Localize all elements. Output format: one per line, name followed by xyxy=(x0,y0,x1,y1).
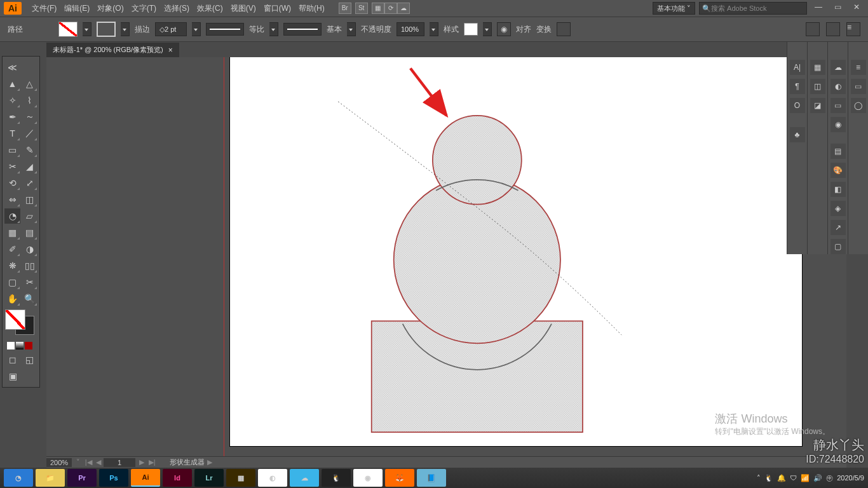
free-transform-tool[interactable]: ◫ xyxy=(22,192,37,207)
taskbar-explorer-icon[interactable]: 📁 xyxy=(36,469,65,487)
menu-effect[interactable]: 效果(C) xyxy=(193,3,227,14)
line-tool[interactable]: ／ xyxy=(22,126,37,141)
scale-tool[interactable]: ⤢ xyxy=(22,175,37,191)
actions-panel-icon[interactable]: ◯ xyxy=(851,98,866,113)
tray-shield-icon[interactable]: 🛡 xyxy=(790,474,797,482)
screen-mode-icon[interactable]: ▣ xyxy=(4,369,22,384)
bridge-icon[interactable]: Br xyxy=(339,3,351,14)
taskbar-chrome-icon[interactable]: ◉ xyxy=(353,469,383,487)
workspace-switcher[interactable]: 基本功能 ˅ xyxy=(653,2,695,15)
menu-select[interactable]: 选择(S) xyxy=(160,3,193,14)
tray-qq-icon[interactable]: 🐧 xyxy=(764,474,773,482)
tray-date[interactable]: 2020/5/9 xyxy=(837,474,864,482)
shaper-tool[interactable]: ✂ xyxy=(4,159,20,174)
artboards-panel-icon[interactable]: ▢ xyxy=(831,239,846,254)
stroke-swatch[interactable] xyxy=(97,22,116,37)
taskbar-indesign-icon[interactable]: Id xyxy=(163,469,192,487)
taskbar-premiere-icon[interactable]: Pr xyxy=(67,469,97,487)
curvature-tool[interactable]: ～ xyxy=(22,109,37,125)
transform-panel-icon[interactable]: ◫ xyxy=(810,79,825,94)
next-artboard-button[interactable]: ▶ xyxy=(137,458,147,466)
gpu-icon[interactable]: ⟳ xyxy=(384,3,397,14)
status-menu-icon[interactable]: ▶ xyxy=(205,458,215,466)
artboard[interactable] xyxy=(230,57,802,446)
direct-selection-tool[interactable]: △ xyxy=(22,76,37,92)
align-label[interactable]: 对齐 xyxy=(516,24,531,35)
draw-normal-icon[interactable]: ◻ xyxy=(4,352,20,367)
menu-file[interactable]: 文件(F) xyxy=(28,3,60,14)
symbols-panel-icon[interactable]: ♣ xyxy=(790,127,805,142)
fill-dropdown[interactable] xyxy=(83,22,92,36)
zoom-tool[interactable]: 🔍 xyxy=(22,291,37,306)
brush-definition[interactable] xyxy=(283,23,322,36)
first-artboard-button[interactable]: |◀ xyxy=(83,458,93,466)
paintbrush-tool[interactable]: ✎ xyxy=(22,142,37,158)
taskbar-firefox-icon[interactable]: 🦊 xyxy=(385,469,414,487)
export-panel-icon[interactable]: ↗ xyxy=(831,220,846,235)
pen-tool[interactable]: ✒ xyxy=(4,109,20,125)
minimize-button[interactable]: — xyxy=(811,3,826,14)
tray-bell-icon[interactable]: 🔔 xyxy=(777,474,786,482)
expand-icon[interactable]: ≪ xyxy=(4,60,20,75)
character-panel-icon[interactable]: A| xyxy=(790,60,805,75)
type-tool[interactable]: T xyxy=(4,126,20,141)
tray-volume-icon[interactable]: 🔊 xyxy=(813,474,822,482)
stroke-weight-dropdown[interactable] xyxy=(192,22,201,36)
pathfinder-panel-icon[interactable]: ◪ xyxy=(810,98,825,113)
tray-up-icon[interactable]: ˄ xyxy=(757,474,761,482)
taskbar-app-4-icon[interactable]: 📘 xyxy=(417,469,446,487)
eraser-tool[interactable]: ◢ xyxy=(22,159,37,174)
recolor-icon[interactable]: ◉ xyxy=(497,22,511,36)
graphic-style-swatch[interactable] xyxy=(464,23,478,36)
taskbar-app-2-icon[interactable]: ◐ xyxy=(258,469,287,487)
sync-icon[interactable]: ☁ xyxy=(397,3,410,14)
menu-view[interactable]: 视图(V) xyxy=(227,3,260,14)
appearance-panel-icon[interactable]: ▤ xyxy=(831,144,846,159)
arrange-icon[interactable]: ▦ xyxy=(372,3,384,14)
menu-type[interactable]: 文字(T) xyxy=(128,3,160,14)
panel-option-1[interactable] xyxy=(806,22,820,36)
rotate-tool[interactable]: ⟲ xyxy=(4,175,20,191)
color-panel-icon[interactable]: 🎨 xyxy=(831,163,846,178)
taskbar-app-1-icon[interactable]: ▦ xyxy=(226,469,255,487)
document-tab[interactable]: 未标题-1* @ 200% (RGB/像素预览) × xyxy=(46,43,179,57)
style-dropdown[interactable] xyxy=(483,22,492,36)
swatches-panel-icon[interactable]: ▦ xyxy=(810,60,825,75)
taskbar-qq-icon[interactable]: 🐧 xyxy=(322,469,351,487)
fill-stroke-swatches[interactable] xyxy=(5,309,37,337)
taskbar-photoshop-icon[interactable]: Ps xyxy=(99,469,128,487)
transform-label[interactable]: 变换 xyxy=(536,24,552,35)
close-tab-icon[interactable]: × xyxy=(168,46,173,55)
color-mode-row[interactable] xyxy=(4,340,38,351)
hand-tool[interactable]: ✋ xyxy=(4,291,20,306)
artboard-number-field[interactable]: 1 xyxy=(104,458,135,467)
perspective-tool[interactable]: ▱ xyxy=(22,208,37,224)
opacity-field[interactable]: 100% xyxy=(397,22,424,36)
last-artboard-button[interactable]: ▶| xyxy=(147,458,157,466)
tray-ime-icon[interactable]: ㊥ xyxy=(826,473,833,483)
gradient-panel-icon[interactable]: ◧ xyxy=(831,182,846,197)
brush-dropdown[interactable] xyxy=(347,22,356,36)
stroke-panel-icon[interactable]: ◉ xyxy=(831,117,846,132)
cc-libraries-icon[interactable]: ☁ xyxy=(831,60,846,75)
stroke-weight-field[interactable]: ◇ 2 pt xyxy=(155,22,187,36)
panel-menu-icon[interactable]: ≡ xyxy=(846,22,860,36)
taskbar-illustrator-icon[interactable]: Ai xyxy=(131,469,160,487)
taskbar-browser-icon[interactable]: ◔ xyxy=(4,469,33,487)
eyedropper-tool[interactable]: ✐ xyxy=(4,241,20,257)
menu-edit[interactable]: 编辑(E) xyxy=(60,3,93,14)
shape-builder-tool[interactable]: ◔ xyxy=(4,208,20,224)
zoom-dropdown-icon[interactable]: ˅ xyxy=(73,458,83,466)
layers-panel-icon[interactable]: ◈ xyxy=(831,201,846,216)
graph-tool[interactable]: ▯▯ xyxy=(22,258,37,273)
lasso-tool[interactable]: ⌇ xyxy=(22,93,37,108)
width-tool[interactable]: ⇔ xyxy=(4,192,20,207)
menu-object[interactable]: 对象(O) xyxy=(93,3,127,14)
taskbar-lightroom-icon[interactable]: Lr xyxy=(194,469,224,487)
stroke-dropdown[interactable] xyxy=(121,22,130,36)
selection-tool[interactable]: ▲ xyxy=(4,76,20,92)
brushes-panel-icon[interactable]: ◐ xyxy=(831,79,846,94)
taskbar-app-3-icon[interactable]: ☁ xyxy=(290,469,319,487)
restore-button[interactable]: ▭ xyxy=(830,3,845,14)
rectangle-tool[interactable]: ▭ xyxy=(4,142,20,158)
